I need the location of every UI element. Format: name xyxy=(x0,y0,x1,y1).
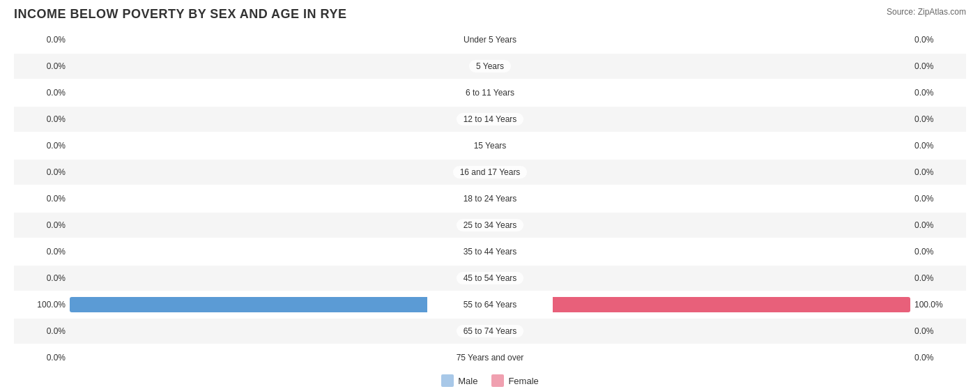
bar-row: 0.0%45 to 54 Years0.0% xyxy=(14,266,966,291)
female-value: 0.0% xyxy=(910,167,966,177)
bars-wrapper: 35 to 44 Years xyxy=(70,239,910,264)
bar-row: 0.0%75 Years and over0.0% xyxy=(14,345,966,370)
bars-wrapper: 5 Years xyxy=(70,54,910,79)
bar-row: 0.0%25 to 34 Years0.0% xyxy=(14,213,966,238)
bars-wrapper: 6 to 11 Years xyxy=(70,80,910,105)
male-bar-container xyxy=(70,190,427,208)
female-value: 0.0% xyxy=(910,61,966,71)
female-value: 0.0% xyxy=(910,194,966,204)
male-bar-container xyxy=(70,216,427,234)
female-bar-container xyxy=(553,137,910,155)
male-value: 0.0% xyxy=(14,167,70,177)
male-bar-container xyxy=(70,31,427,49)
male-bar-container xyxy=(70,322,427,340)
bar-row: 0.0%Under 5 Years0.0% xyxy=(14,27,966,52)
female-bar-container xyxy=(553,269,910,287)
bars-area: 0.0%Under 5 Years0.0%0.0%5 Years0.0%0.0%… xyxy=(14,27,966,370)
male-value: 0.0% xyxy=(14,220,70,230)
male-bar-container xyxy=(70,269,427,287)
male-bar-container xyxy=(70,84,427,102)
bar-row: 0.0%5 Years0.0% xyxy=(14,54,966,79)
bars-wrapper: 15 Years xyxy=(70,133,910,158)
row-label: 18 to 24 Years xyxy=(427,192,553,205)
bar-row: 0.0%18 to 24 Years0.0% xyxy=(14,186,966,211)
male-value: 0.0% xyxy=(14,35,70,45)
chart-container: INCOME BELOW POVERTY BY SEX AND AGE IN R… xyxy=(0,0,980,389)
row-label: 25 to 34 Years xyxy=(427,219,553,231)
bars-wrapper: Under 5 Years xyxy=(70,27,910,52)
male-bar-container xyxy=(70,163,427,181)
legend-male-box xyxy=(441,374,454,387)
male-bar-container xyxy=(70,137,427,155)
male-bar-container xyxy=(70,110,427,128)
female-bar-container xyxy=(553,243,910,261)
female-bar xyxy=(553,297,910,312)
female-bar-container xyxy=(553,349,910,367)
female-bar-container xyxy=(553,163,910,181)
female-bar-container xyxy=(553,31,910,49)
female-bar-container xyxy=(553,216,910,234)
male-value: 0.0% xyxy=(14,326,70,336)
male-value: 0.0% xyxy=(14,88,70,98)
bar-row: 0.0%35 to 44 Years0.0% xyxy=(14,239,966,264)
bars-wrapper: 25 to 34 Years xyxy=(70,213,910,238)
female-value: 0.0% xyxy=(910,114,966,124)
bar-row: 0.0%65 to 74 Years0.0% xyxy=(14,319,966,344)
female-bar-container xyxy=(553,322,910,340)
bars-wrapper: 16 and 17 Years xyxy=(70,160,910,185)
row-label: 6 to 11 Years xyxy=(427,86,553,99)
male-value: 0.0% xyxy=(14,141,70,151)
female-value: 0.0% xyxy=(910,88,966,98)
bars-wrapper: 65 to 74 Years xyxy=(70,319,910,344)
male-bar-container xyxy=(70,349,427,367)
male-value: 0.0% xyxy=(14,273,70,283)
chart-header: INCOME BELOW POVERTY BY SEX AND AGE IN R… xyxy=(14,7,966,22)
row-label: 15 Years xyxy=(427,139,553,152)
female-bar-container xyxy=(553,190,910,208)
male-bar xyxy=(70,297,427,312)
row-label: 35 to 44 Years xyxy=(427,245,553,258)
row-label: 16 and 17 Years xyxy=(427,166,553,178)
row-label: 55 to 64 Years xyxy=(427,298,553,311)
row-label: 5 Years xyxy=(427,60,553,73)
male-value: 100.0% xyxy=(14,300,70,310)
female-bar-container xyxy=(553,84,910,102)
male-value: 0.0% xyxy=(14,247,70,257)
bar-row: 0.0%6 to 11 Years0.0% xyxy=(14,80,966,105)
male-value: 0.0% xyxy=(14,61,70,71)
legend-female: Female xyxy=(491,374,538,387)
bar-row: 0.0%15 Years0.0% xyxy=(14,133,966,158)
female-value: 0.0% xyxy=(910,326,966,336)
row-label: Under 5 Years xyxy=(427,33,553,46)
chart-legend: Male Female xyxy=(14,374,966,387)
bar-row: 100.0%55 to 64 Years100.0% xyxy=(14,292,966,317)
bars-wrapper: 55 to 64 Years xyxy=(70,292,910,317)
bars-wrapper: 12 to 14 Years xyxy=(70,107,910,132)
male-bar-container xyxy=(70,296,427,314)
bar-row: 0.0%16 and 17 Years0.0% xyxy=(14,160,966,185)
male-bar-container xyxy=(70,243,427,261)
male-bar-container xyxy=(70,57,427,75)
bars-wrapper: 75 Years and over xyxy=(70,345,910,370)
male-value: 0.0% xyxy=(14,353,70,363)
female-bar-container xyxy=(553,296,910,314)
row-label: 45 to 54 Years xyxy=(427,272,553,284)
bars-wrapper: 18 to 24 Years xyxy=(70,186,910,211)
female-value: 100.0% xyxy=(910,300,966,310)
row-label: 65 to 74 Years xyxy=(427,325,553,337)
male-value: 0.0% xyxy=(14,194,70,204)
female-value: 0.0% xyxy=(910,220,966,230)
male-value: 0.0% xyxy=(14,114,70,124)
row-label: 12 to 14 Years xyxy=(427,113,553,125)
chart-source: Source: ZipAtlas.com xyxy=(887,7,966,17)
female-bar-container xyxy=(553,57,910,75)
female-value: 0.0% xyxy=(910,247,966,257)
female-value: 0.0% xyxy=(910,353,966,363)
legend-male: Male xyxy=(441,374,477,387)
legend-male-label: Male xyxy=(458,376,477,386)
legend-female-box xyxy=(491,374,504,387)
female-value: 0.0% xyxy=(910,141,966,151)
female-value: 0.0% xyxy=(910,35,966,45)
female-bar-container xyxy=(553,110,910,128)
bar-row: 0.0%12 to 14 Years0.0% xyxy=(14,107,966,132)
